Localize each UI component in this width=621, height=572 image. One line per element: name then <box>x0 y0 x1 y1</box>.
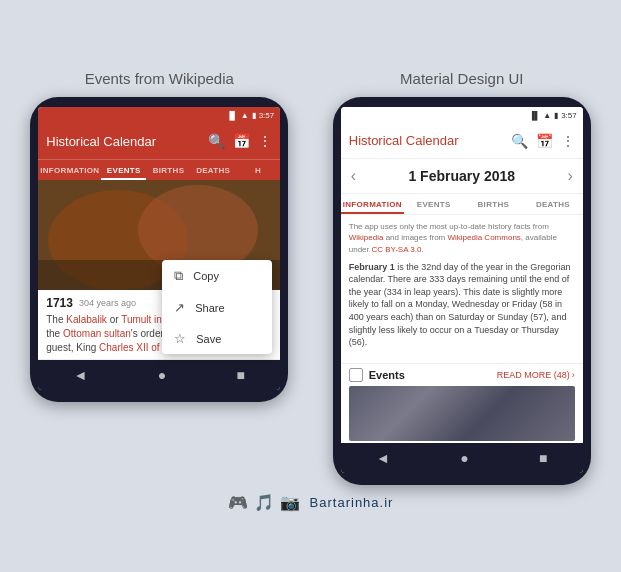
left-section-label: Events from Wikipedia <box>85 70 234 87</box>
left-phone-screen: ▐▌ ▲ ▮ 3:57 Historical Calendar 🔍 📅 ⋮ <box>38 107 280 390</box>
right-tabs: INFORMATION EVENTS BIRTHS DEATHS <box>341 194 583 215</box>
camera-icon: 📷 <box>280 493 300 512</box>
right-phone-section: Material Design UI ▐▌ ▲ ▮ 3:57 Historica… <box>317 70 608 485</box>
battery-icon: ▮ <box>252 111 256 120</box>
kalabalik-link[interactable]: Kalabalik <box>66 314 107 325</box>
events-header: Events READ MORE (48) › <box>349 368 575 382</box>
next-date-arrow[interactable]: › <box>567 167 572 185</box>
tab-deaths[interactable]: DEATHS <box>191 160 236 180</box>
save-label: Save <box>196 333 221 345</box>
feb1-bold: February 1 <box>349 262 395 272</box>
footer: 🎮 🎵 📷 Bartarinha.ir <box>0 485 621 518</box>
share-label: Share <box>195 302 224 314</box>
right-phone: ▐▌ ▲ ▮ 3:57 Historical Calendar 🔍 📅 ⋮ <box>333 97 591 485</box>
left-phone: ▐▌ ▲ ▮ 3:57 Historical Calendar 🔍 📅 ⋮ <box>30 97 288 402</box>
left-app-title: Historical Calendar <box>46 134 208 149</box>
commons-link[interactable]: Wikipedia Commons <box>447 233 520 242</box>
right-wifi-icon: ▲ <box>543 111 551 120</box>
back-button[interactable]: ◄ <box>73 367 87 383</box>
right-status-bar: ▐▌ ▲ ▮ 3:57 <box>341 107 583 123</box>
footer-icons: 🎮 🎵 📷 <box>228 493 300 512</box>
events-checkbox[interactable] <box>349 368 363 382</box>
copy-item[interactable]: ⧉ Copy <box>162 260 272 292</box>
recents-button[interactable]: ■ <box>237 367 245 383</box>
right-more-icon[interactable]: ⋮ <box>561 133 575 149</box>
current-date: 1 February 2018 <box>408 168 515 184</box>
game-icon: 🎮 <box>228 493 248 512</box>
info-content: The app uses only the most up-to-date hi… <box>341 215 583 363</box>
left-content: ⧉ Copy ↗ Share ☆ Save <box>38 180 280 360</box>
event-year: 1713 <box>46 296 73 310</box>
read-more-chevron: › <box>572 370 575 380</box>
left-phone-section: Events from Wikipedia ▐▌ ▲ ▮ 3:57 Histor… <box>14 70 305 402</box>
share-item[interactable]: ↗ Share <box>162 292 272 323</box>
left-status-bar: ▐▌ ▲ ▮ 3:57 <box>38 107 280 123</box>
right-home-button[interactable]: ● <box>460 450 468 466</box>
right-battery-icon: ▮ <box>554 111 558 120</box>
context-menu: ⧉ Copy ↗ Share ☆ Save <box>162 260 272 354</box>
date-navigation: ‹ 1 February 2018 › <box>341 159 583 194</box>
right-phone-nav: ◄ ● ■ <box>341 443 583 473</box>
right-signal-icon: ▐▌ <box>529 111 540 120</box>
right-app-bar-icons: 🔍 📅 ⋮ <box>511 133 575 149</box>
left-app-bar: Historical Calendar 🔍 📅 ⋮ <box>38 123 280 159</box>
tab-information[interactable]: INFORMATION <box>38 160 101 180</box>
save-item[interactable]: ☆ Save <box>162 323 272 354</box>
ottoman-link[interactable]: Ottoman sultan <box>63 328 131 339</box>
left-app-bar-icons: 🔍 📅 ⋮ <box>208 133 272 149</box>
right-back-button[interactable]: ◄ <box>376 450 390 466</box>
search-icon[interactable]: 🔍 <box>208 133 225 149</box>
right-tab-births[interactable]: BIRTHS <box>464 194 524 214</box>
calendar-icon[interactable]: 📅 <box>233 133 250 149</box>
source-text: The app uses only the most up-to-date hi… <box>349 221 575 255</box>
events-section: Events READ MORE (48) › <box>341 363 583 443</box>
copy-icon: ⧉ <box>174 268 183 284</box>
tab-more[interactable]: H <box>236 160 281 180</box>
wifi-icon: ▲ <box>241 111 249 120</box>
right-phone-screen: ▐▌ ▲ ▮ 3:57 Historical Calendar 🔍 📅 ⋮ <box>341 107 583 473</box>
read-more-text: READ MORE (48) <box>497 370 570 380</box>
event-ago: 304 years ago <box>79 298 136 308</box>
license-link[interactable]: CC BY-SA 3.0 <box>371 245 421 254</box>
copy-label: Copy <box>193 270 219 282</box>
right-section-label: Material Design UI <box>400 70 523 87</box>
right-search-icon[interactable]: 🔍 <box>511 133 528 149</box>
home-button[interactable]: ● <box>158 367 166 383</box>
right-recents-button[interactable]: ■ <box>539 450 547 466</box>
events-label: Events <box>369 369 405 381</box>
right-status-time: 3:57 <box>561 111 577 120</box>
brand-text: Bartarinha.ir <box>310 495 394 510</box>
right-tab-deaths[interactable]: DEATHS <box>523 194 583 214</box>
events-thumbnail <box>349 386 575 441</box>
share-icon: ↗ <box>174 300 185 315</box>
right-status-right: ▐▌ ▲ ▮ 3:57 <box>529 111 577 120</box>
main-info-text: February 1 is the 32nd day of the year i… <box>349 261 575 349</box>
wikipedia-link[interactable]: Wikipedia <box>349 233 384 242</box>
read-more[interactable]: READ MORE (48) › <box>497 370 575 380</box>
left-tabs: INFORMATION EVENTS BIRTHS DEATHS H <box>38 159 280 180</box>
prev-date-arrow[interactable]: ‹ <box>351 167 356 185</box>
left-phone-nav: ◄ ● ■ <box>38 360 280 390</box>
star-icon: ☆ <box>174 331 186 346</box>
right-tab-events[interactable]: EVENTS <box>404 194 464 214</box>
signal-icon: ▐▌ <box>226 111 237 120</box>
events-label-row: Events <box>349 368 405 382</box>
left-status-time: 3:57 <box>259 111 275 120</box>
more-icon[interactable]: ⋮ <box>258 133 272 149</box>
main-container: Events from Wikipedia ▐▌ ▲ ▮ 3:57 Histor… <box>0 54 621 485</box>
tab-births[interactable]: BIRTHS <box>146 160 191 180</box>
tab-events[interactable]: EVENTS <box>101 160 146 180</box>
music-icon: 🎵 <box>254 493 274 512</box>
right-calendar-icon[interactable]: 📅 <box>536 133 553 149</box>
right-tab-information[interactable]: INFORMATION <box>341 194 404 214</box>
right-app-title: Historical Calendar <box>349 133 511 148</box>
right-app-bar: Historical Calendar 🔍 📅 ⋮ <box>341 123 583 159</box>
